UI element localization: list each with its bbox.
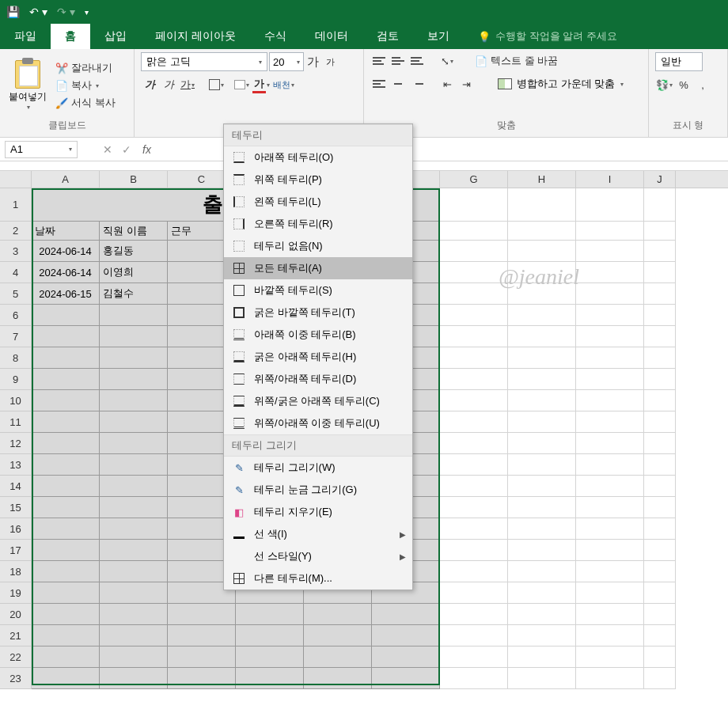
copy-button[interactable]: 📄복사▾: [54, 78, 117, 93]
cell[interactable]: [32, 668, 100, 689]
borders-button[interactable]: ▾: [207, 76, 225, 93]
cell[interactable]: [508, 582, 576, 604]
cell[interactable]: [32, 454, 100, 476]
tab-view[interactable]: 보기: [413, 24, 464, 49]
cell[interactable]: [644, 241, 676, 262]
increase-indent-button[interactable]: ⇥: [457, 75, 475, 93]
cell[interactable]: [644, 347, 676, 369]
cell[interactable]: [440, 433, 508, 454]
border-menu-item[interactable]: 선 색(I)▶: [224, 523, 412, 545]
cell[interactable]: [644, 262, 676, 283]
accounting-button[interactable]: 💱▾: [655, 76, 673, 93]
cell[interactable]: [236, 625, 304, 646]
cell[interactable]: [576, 188, 644, 222]
cell[interactable]: [508, 433, 576, 454]
cell[interactable]: [32, 369, 100, 390]
cell[interactable]: 홍길동: [100, 241, 168, 262]
row-header[interactable]: 11: [0, 411, 32, 433]
name-box[interactable]: A1▾: [5, 141, 78, 158]
cell[interactable]: [236, 668, 304, 689]
cell[interactable]: [576, 518, 644, 540]
fx-icon[interactable]: fx: [142, 143, 151, 156]
shrink-font-button[interactable]: 가: [321, 53, 339, 70]
cell[interactable]: [508, 561, 576, 582]
cell[interactable]: [440, 582, 508, 604]
cell[interactable]: [32, 433, 100, 454]
cell[interactable]: [508, 476, 576, 497]
cell[interactable]: [576, 540, 644, 561]
wrap-text-button[interactable]: 📄텍스트 줄 바꿈: [473, 53, 559, 69]
cell[interactable]: [644, 433, 676, 454]
cell[interactable]: 2024-06-14: [32, 262, 100, 283]
cell[interactable]: [644, 411, 676, 433]
cell[interactable]: [508, 305, 576, 326]
cell[interactable]: [440, 476, 508, 497]
cell[interactable]: [32, 561, 100, 582]
cell[interactable]: [100, 476, 168, 497]
cell[interactable]: [644, 561, 676, 582]
border-menu-item[interactable]: 굵은 아래쪽 테두리(H): [224, 346, 412, 368]
cell[interactable]: [32, 604, 100, 625]
cell[interactable]: [168, 646, 236, 668]
cell[interactable]: [32, 305, 100, 326]
cell[interactable]: [304, 668, 372, 689]
align-middle-button[interactable]: [389, 52, 407, 70]
cell[interactable]: [100, 454, 168, 476]
cut-button[interactable]: ✂️잘라내기: [54, 60, 117, 76]
cell[interactable]: [372, 646, 440, 668]
row-header[interactable]: 20: [0, 604, 32, 625]
row-header[interactable]: 13: [0, 454, 32, 476]
cell[interactable]: [508, 390, 576, 411]
align-top-button[interactable]: [370, 52, 388, 70]
cell[interactable]: 날짜: [32, 222, 100, 241]
cell[interactable]: [644, 540, 676, 561]
cell[interactable]: [168, 668, 236, 689]
tab-formulas[interactable]: 수식: [250, 24, 301, 49]
cell[interactable]: [644, 668, 676, 689]
row-header[interactable]: 1: [0, 188, 32, 222]
cell[interactable]: [100, 646, 168, 668]
cell[interactable]: [32, 347, 100, 369]
cell[interactable]: [32, 326, 100, 347]
cell[interactable]: [100, 433, 168, 454]
col-header[interactable]: B: [100, 171, 168, 188]
cell[interactable]: [440, 497, 508, 518]
font-color-button[interactable]: 가▾: [252, 76, 271, 93]
cell[interactable]: [508, 241, 576, 262]
cell[interactable]: [440, 668, 508, 689]
cell[interactable]: [440, 604, 508, 625]
cell[interactable]: [32, 476, 100, 497]
cell[interactable]: [644, 454, 676, 476]
cell[interactable]: [508, 518, 576, 540]
comma-button[interactable]: ,: [694, 76, 711, 93]
merge-center-button[interactable]: 병합하고 가운데 맞춤▾: [492, 74, 629, 93]
cell[interactable]: [440, 518, 508, 540]
col-header[interactable]: I: [576, 171, 644, 188]
grow-font-button[interactable]: 가: [304, 53, 321, 70]
cell[interactable]: 2024-06-14: [32, 241, 100, 262]
cell[interactable]: [576, 283, 644, 305]
cell[interactable]: [576, 347, 644, 369]
cell[interactable]: [576, 646, 644, 668]
cell[interactable]: [644, 390, 676, 411]
row-header[interactable]: 19: [0, 582, 32, 604]
cell[interactable]: [644, 582, 676, 604]
spreadsheet-grid[interactable]: A B C D E F G H I J 1출근기2날짜직원 이름근무32024-…: [0, 171, 728, 689]
enter-icon[interactable]: ✓: [117, 143, 136, 156]
tab-insert[interactable]: 삽입: [90, 24, 141, 49]
tab-review[interactable]: 검토: [362, 24, 413, 49]
cell[interactable]: [644, 188, 676, 222]
bold-button[interactable]: 가: [141, 76, 158, 93]
border-menu-item[interactable]: 아래쪽 테두리(O): [224, 146, 412, 169]
cell[interactable]: [304, 625, 372, 646]
border-menu-item[interactable]: 위쪽 테두리(P): [224, 169, 412, 191]
row-header[interactable]: 2: [0, 222, 32, 241]
cell[interactable]: [440, 454, 508, 476]
cell[interactable]: [576, 262, 644, 283]
col-header[interactable]: G: [440, 171, 508, 188]
format-painter-button[interactable]: 🖌️서식 복사: [54, 95, 117, 111]
cell[interactable]: [440, 411, 508, 433]
cell[interactable]: [100, 347, 168, 369]
cell[interactable]: [576, 241, 644, 262]
cell[interactable]: [304, 604, 372, 625]
